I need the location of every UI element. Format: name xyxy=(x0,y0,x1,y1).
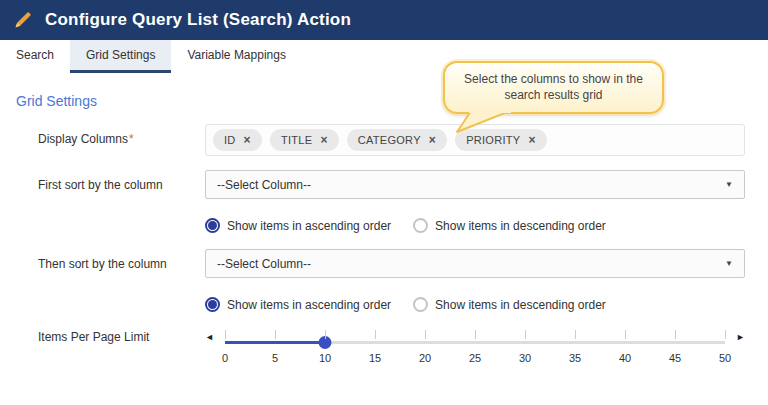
caret-down-icon: ▼ xyxy=(725,259,733,268)
slider-tick xyxy=(675,330,676,339)
slider-tick-label: 50 xyxy=(719,352,731,364)
first-sort-order-row: Show items in ascending orderShow items … xyxy=(38,213,745,233)
then-sort-order-row: Show items in ascending orderShow items … xyxy=(38,292,745,312)
radio-label: Show items in descending order xyxy=(435,219,606,233)
slider-tick-label: 5 xyxy=(272,352,278,364)
slider-left-arrow-icon[interactable]: ◄ xyxy=(205,329,219,342)
radio-unselected-icon[interactable] xyxy=(413,297,428,312)
slider-tick xyxy=(575,330,576,339)
slider-tick-label: 10 xyxy=(319,352,331,364)
display-columns-label: Display Columns* xyxy=(38,124,205,156)
slider-tick xyxy=(325,330,326,339)
radio-label: Show items in descending order xyxy=(435,298,606,312)
tooltip-text: Select the columns to show in the search… xyxy=(464,72,643,102)
column-tag-label: CATEGORY xyxy=(358,134,421,146)
slider-tick-label: 20 xyxy=(419,352,431,364)
slider-tick xyxy=(725,330,726,339)
then-sort-order-group: Show items in ascending orderShow items … xyxy=(205,292,745,312)
tag-remove-icon[interactable]: × xyxy=(320,136,327,145)
first-sort-row: First sort by the column --Select Column… xyxy=(38,170,745,199)
tab-search[interactable]: Search xyxy=(0,40,70,73)
column-tag: CATEGORY× xyxy=(347,129,447,151)
radio-ascending-order[interactable]: Show items in ascending order xyxy=(205,297,391,312)
radio-descending-order[interactable]: Show items in descending order xyxy=(413,218,606,233)
slider-tick-label: 0 xyxy=(222,352,228,364)
column-tag-label: PRIORITY xyxy=(466,134,520,146)
slider-fill xyxy=(225,341,325,344)
radio-label: Show items in ascending order xyxy=(227,298,391,312)
caret-down-icon: ▼ xyxy=(725,180,733,189)
slider-tick xyxy=(275,330,276,339)
radio-label: Show items in ascending order xyxy=(227,219,391,233)
then-sort-label: Then sort by the column xyxy=(38,249,205,278)
tab-grid-settings[interactable]: Grid Settings xyxy=(70,40,171,73)
slider-tick xyxy=(375,330,376,339)
slider-tick-label: 30 xyxy=(519,352,531,364)
column-tag: ID× xyxy=(213,129,262,151)
slider-tick-label: 40 xyxy=(619,352,631,364)
display-columns-row: Display Columns* ID×TITLE×CATEGORY×PRIOR… xyxy=(38,124,745,156)
slider-tick xyxy=(525,330,526,339)
slider-tick xyxy=(425,330,426,339)
first-sort-value: --Select Column-- xyxy=(217,178,311,192)
column-tag-label: ID xyxy=(224,134,236,146)
dialog-header: Configure Query List (Search) Action xyxy=(0,0,768,40)
then-sort-row: Then sort by the column --Select Column-… xyxy=(38,249,745,278)
configure-query-dialog: Configure Query List (Search) Action Sea… xyxy=(0,0,768,405)
dialog-title: Configure Query List (Search) Action xyxy=(45,10,351,30)
tooltip-tail xyxy=(455,110,513,133)
columns-tooltip: Select the columns to show in the search… xyxy=(443,61,664,114)
then-sort-select[interactable]: --Select Column-- ▼ xyxy=(205,249,745,278)
first-sort-select[interactable]: --Select Column-- ▼ xyxy=(205,170,745,199)
tag-remove-icon[interactable]: × xyxy=(429,136,436,145)
required-asterisk: * xyxy=(129,132,134,146)
slider-tick xyxy=(625,330,626,339)
tag-remove-icon[interactable]: × xyxy=(528,136,535,145)
slider-right-arrow-icon[interactable]: ► xyxy=(731,329,745,342)
slider-tick-label: 25 xyxy=(469,352,481,364)
then-sort-value: --Select Column-- xyxy=(217,257,311,271)
first-sort-order-group: Show items in ascending orderShow items … xyxy=(205,213,745,233)
radio-ascending-order[interactable]: Show items in ascending order xyxy=(205,218,391,233)
items-per-page-label: Items Per Page Limit xyxy=(38,322,205,369)
tag-remove-icon[interactable]: × xyxy=(244,136,251,145)
slider-tick xyxy=(475,330,476,339)
slider-area: 05101520253035404550 xyxy=(225,329,725,369)
items-per-page-row: Items Per Page Limit ◄ 05101520253035404… xyxy=(38,322,745,369)
slider-tick-label: 15 xyxy=(369,352,381,364)
items-per-page-slider: ◄ 05101520253035404550 ► xyxy=(205,322,745,369)
slider-tick-label: 35 xyxy=(569,352,581,364)
slider-tick xyxy=(225,330,226,339)
radio-selected-icon[interactable] xyxy=(205,218,220,233)
tab-variable-mappings[interactable]: Variable Mappings xyxy=(171,40,302,73)
column-tag: TITLE× xyxy=(270,129,339,151)
radio-descending-order[interactable]: Show items in descending order xyxy=(413,297,606,312)
first-sort-label: First sort by the column xyxy=(38,170,205,199)
pencil-icon xyxy=(13,10,33,30)
radio-unselected-icon[interactable] xyxy=(413,218,428,233)
radio-selected-icon[interactable] xyxy=(205,297,220,312)
column-tag-label: TITLE xyxy=(281,134,312,146)
slider-tick-label: 45 xyxy=(669,352,681,364)
